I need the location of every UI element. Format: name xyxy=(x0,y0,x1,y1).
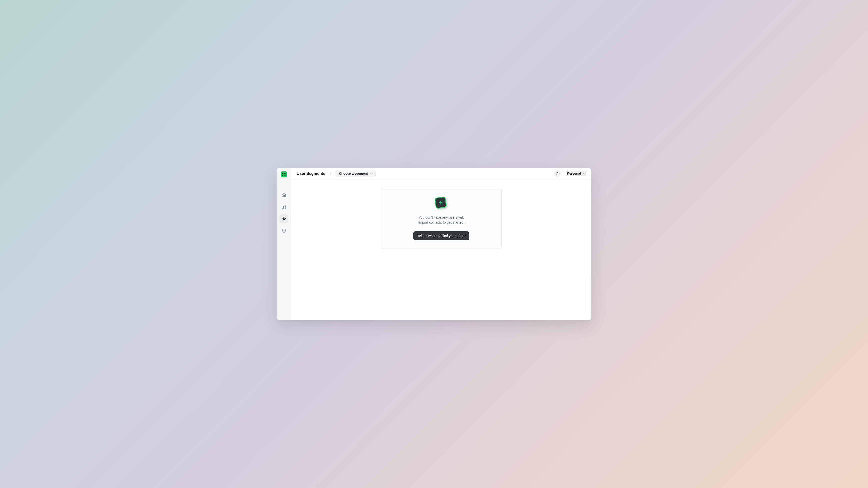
chevron-down-icon xyxy=(370,172,373,175)
app-logo[interactable] xyxy=(281,171,287,177)
sidebar-item-users[interactable] xyxy=(279,214,288,223)
svg-rect-3 xyxy=(283,206,284,208)
chevron-right-icon xyxy=(329,172,332,175)
sidebar-item-database[interactable] xyxy=(279,226,288,235)
header: User Segments Choose a segment P Persona… xyxy=(291,168,591,179)
svg-rect-2 xyxy=(282,207,283,208)
page-title: User Segments xyxy=(297,171,325,176)
sidebar-item-analytics[interactable] xyxy=(279,202,288,211)
empty-state-line1: You don't have any users yet. xyxy=(418,215,464,220)
empty-state-line2: Import contacts to get started. xyxy=(418,220,464,225)
empty-state-card: You don't have any users yet. Import con… xyxy=(381,188,502,249)
svg-rect-4 xyxy=(285,205,285,208)
sidebar-nav xyxy=(279,190,288,235)
empty-state-icon-wrap xyxy=(435,197,447,209)
segment-dropdown-label: Choose a segment xyxy=(339,171,368,175)
main-column: User Segments Choose a segment P Persona… xyxy=(291,168,591,320)
workspace-dropdown[interactable]: Personal xyxy=(567,171,586,176)
chevron-down-icon xyxy=(583,172,586,175)
database-icon xyxy=(282,229,286,233)
avatar[interactable]: P xyxy=(554,170,561,177)
sidebar-item-home[interactable] xyxy=(279,190,288,199)
svg-point-6 xyxy=(282,218,283,219)
home-icon xyxy=(282,193,286,197)
breadcrumb-separator xyxy=(329,172,332,175)
workspace-label: Personal xyxy=(567,171,581,175)
svg-point-8 xyxy=(282,229,285,230)
svg-rect-0 xyxy=(282,172,283,174)
app-window: User Segments Choose a segment P Persona… xyxy=(277,168,591,320)
import-users-button[interactable]: Tell us where to find your users xyxy=(413,231,469,240)
segment-dropdown[interactable]: Choose a segment xyxy=(336,170,375,177)
svg-point-1 xyxy=(284,172,285,174)
svg-point-7 xyxy=(285,218,286,219)
plus-icon xyxy=(438,200,443,205)
empty-state-icon xyxy=(434,196,447,209)
sidebar xyxy=(277,168,291,320)
content-area: You don't have any users yet. Import con… xyxy=(291,179,591,320)
shapes-icon xyxy=(282,172,286,176)
users-icon xyxy=(282,217,286,221)
svg-point-5 xyxy=(283,218,284,219)
bar-chart-icon xyxy=(282,204,286,209)
